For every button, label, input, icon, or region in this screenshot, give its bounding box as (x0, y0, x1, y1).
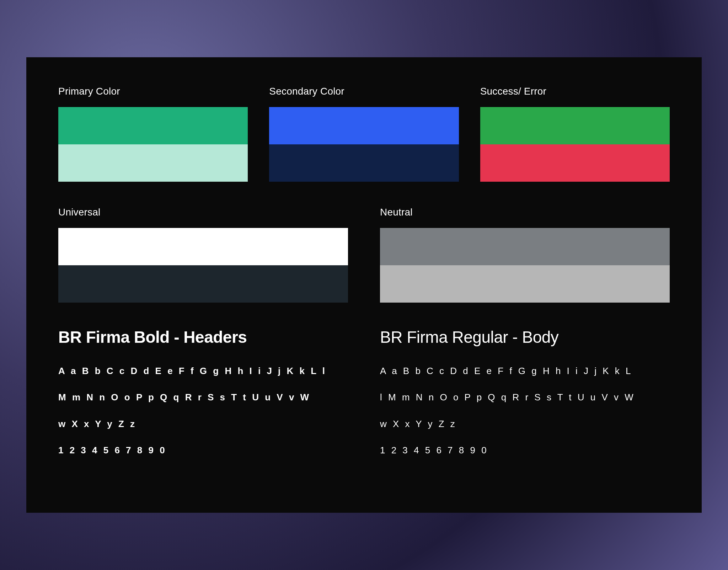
neutral-swatch-pair (380, 228, 670, 303)
styleguide-card: Primary Color Secondary Color Success/ E… (26, 57, 702, 513)
regular-specimen-line-1: A a B b C c D d E e F f G g H h I i J j … (380, 364, 670, 377)
secondary-swatch-bottom (269, 144, 459, 182)
color-row-bottom: Universal Neutral (58, 207, 670, 303)
typography-bold-column: BR Firma Bold - Headers A a B b C c D d … (58, 327, 348, 470)
typography-regular-specimen: A a B b C c D d E e F f G g H h I i J j … (380, 364, 670, 457)
primary-color-label: Primary Color (58, 86, 248, 97)
neutral-swatch-bottom (380, 265, 670, 303)
typography-regular-column: BR Firma Regular - Body A a B b C c D d … (380, 327, 670, 470)
bold-specimen-line-4: 1 2 3 4 5 6 7 8 9 0 (58, 444, 348, 457)
neutral-swatch-top (380, 228, 670, 265)
primary-swatch-top (58, 107, 248, 144)
bold-specimen-line-3: w X x Y y Z z (58, 417, 348, 430)
regular-specimen-line-4: 1 2 3 4 5 6 7 8 9 0 (380, 444, 670, 457)
universal-color-label: Universal (58, 207, 348, 218)
typography-bold-title: BR Firma Bold - Headers (58, 327, 348, 347)
status-swatch-pair (480, 107, 670, 182)
neutral-color-group: Neutral (380, 207, 670, 303)
color-row-top: Primary Color Secondary Color Success/ E… (58, 86, 670, 182)
typography-bold-specimen: A a B b C c D d E e F f G g H h I i J j … (58, 364, 348, 457)
typography-regular-title: BR Firma Regular - Body (380, 327, 670, 347)
status-color-label: Success/ Error (480, 86, 670, 97)
primary-swatch-pair (58, 107, 248, 182)
secondary-swatch-top (269, 107, 459, 144)
error-swatch (480, 144, 670, 182)
bold-specimen-line-1: A a B b C c D d E e F f G g H h I i J j … (58, 364, 348, 377)
bold-specimen-line-2: M m N n O o P p Q q R r S s T t U u V v … (58, 391, 348, 404)
typography-section: BR Firma Bold - Headers A a B b C c D d … (58, 327, 670, 470)
secondary-swatch-pair (269, 107, 459, 182)
secondary-color-group: Secondary Color (269, 86, 459, 182)
universal-swatch-pair (58, 228, 348, 303)
neutral-color-label: Neutral (380, 207, 670, 218)
secondary-color-label: Secondary Color (269, 86, 459, 97)
regular-specimen-line-2: l M m N n O o P p Q q R r S s T t U u V … (380, 391, 670, 404)
universal-color-group: Universal (58, 207, 348, 303)
primary-swatch-bottom (58, 144, 248, 182)
regular-specimen-line-3: w X x Y y Z z (380, 417, 670, 430)
universal-swatch-top (58, 228, 348, 265)
success-swatch (480, 107, 670, 144)
primary-color-group: Primary Color (58, 86, 248, 182)
status-color-group: Success/ Error (480, 86, 670, 182)
universal-swatch-bottom (58, 265, 348, 303)
